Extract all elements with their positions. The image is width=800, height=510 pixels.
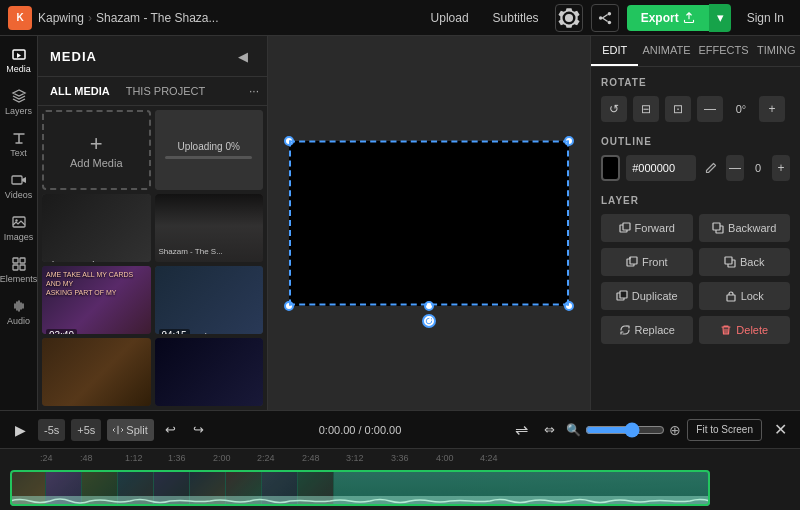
svg-point-2 (599, 16, 603, 20)
back-label: Back (740, 256, 764, 268)
sidebar-item-videos[interactable]: Videos (1, 166, 37, 206)
handle-bottom-left[interactable] (284, 301, 294, 311)
skip-back-button[interactable]: -5s (38, 419, 65, 441)
handle-top-right[interactable] (564, 136, 574, 146)
flip-h-button[interactable]: ⊟ (633, 96, 659, 122)
outline-controls: — 0 + (601, 155, 790, 181)
media-tab-more-button[interactable]: ··· (249, 84, 259, 98)
media-item-shazam2[interactable]: 04:15 Shazam - The S... (155, 266, 264, 334)
backward-icon (712, 222, 724, 234)
undo-button[interactable]: ↩ (160, 419, 182, 441)
tab-timing[interactable]: TIMING (753, 36, 800, 66)
split-label: Split (126, 424, 147, 436)
signin-button[interactable]: Sign In (739, 7, 792, 29)
rotate-handle-icon (425, 317, 433, 325)
sidebar-item-audio[interactable]: Audio (1, 292, 37, 332)
svg-line-3 (602, 14, 607, 18)
forward-button[interactable]: Forward (601, 214, 693, 242)
upload-button[interactable]: Upload (423, 7, 477, 29)
zoom-slider[interactable] (585, 422, 665, 438)
svg-rect-18 (630, 257, 637, 264)
front-button[interactable]: Front (601, 248, 693, 276)
svg-point-0 (607, 11, 611, 15)
add-media-item[interactable]: + Add Media (42, 110, 151, 190)
audio-icon (11, 298, 27, 314)
media-tab-project[interactable]: THIS PROJECT (122, 83, 209, 99)
duplicate-button[interactable]: Duplicate (601, 282, 693, 310)
redo-button[interactable]: ↪ (188, 419, 210, 441)
replace-icon (619, 324, 631, 336)
media-panel-collapse-button[interactable]: ◀ (231, 44, 255, 68)
flip-v-button[interactable]: ⊡ (665, 96, 691, 122)
sidebar-elements-label: Elements (0, 274, 37, 284)
export-dropdown-button[interactable]: ▾ (709, 4, 731, 32)
lock-button[interactable]: Lock (699, 282, 791, 310)
topbar: K Kapwing › Shazam - The Shaza... Upload… (0, 0, 800, 36)
close-timeline-button[interactable]: ✕ (768, 418, 792, 442)
subtitles-button[interactable]: Subtitles (485, 7, 547, 29)
tab-animate[interactable]: ANIMATE (638, 36, 694, 66)
back-button[interactable]: Back (699, 248, 791, 276)
settings-button[interactable] (555, 4, 583, 32)
fit-to-screen-button[interactable]: Fit to Screen (687, 419, 762, 441)
outline-color-input[interactable] (626, 155, 696, 181)
handle-bottom-center[interactable] (424, 301, 434, 311)
sidebar-item-media[interactable]: Media (1, 40, 37, 80)
export-button[interactable]: Export (627, 5, 709, 31)
svg-rect-7 (13, 217, 25, 227)
rotate-plus-button[interactable]: + (759, 96, 785, 122)
sidebar: Media Layers Text Videos Images Elements… (0, 36, 38, 410)
video-canvas[interactable] (289, 141, 569, 306)
replace-button[interactable]: Replace (601, 316, 693, 344)
outline-edit-button[interactable] (702, 155, 720, 181)
media-grid: + Add Media Uploading 0% Shazam - The S.… (38, 106, 267, 410)
handle-rotate[interactable] (422, 314, 436, 328)
outline-value-display: 0 (750, 162, 766, 174)
upload-icon (683, 12, 695, 24)
outline-plus-button[interactable]: + (772, 155, 790, 181)
backward-label: Backward (728, 222, 776, 234)
play-button[interactable]: ▶ (8, 418, 32, 442)
svg-rect-11 (13, 265, 18, 270)
backward-button[interactable]: Backward (699, 214, 791, 242)
svg-rect-23 (620, 291, 627, 298)
outline-minus-button[interactable]: — (726, 155, 744, 181)
trim-button[interactable]: ⇔ (538, 419, 560, 441)
media-item-6[interactable] (155, 338, 264, 406)
video-track[interactable] (10, 470, 710, 506)
media-item-shazam[interactable]: Shazam - The S... (155, 194, 264, 262)
rotate-minus-button[interactable]: — (697, 96, 723, 122)
media-item-5[interactable] (42, 338, 151, 406)
handle-bottom-right[interactable] (564, 301, 574, 311)
media-tab-all[interactable]: ALL MEDIA (46, 83, 114, 99)
timeline-tracks (0, 466, 800, 510)
sidebar-item-images[interactable]: Images (1, 208, 37, 248)
sidebar-item-layers[interactable]: Layers (1, 82, 37, 122)
outline-title: OUTLINE (601, 136, 790, 147)
media-item-justin[interactable]: AME TAKE ALL MY CARDS AND MYASKING PART … (42, 266, 151, 334)
handle-top-left[interactable] (284, 136, 294, 146)
media-item-1[interactable]: Shazam - The S... (42, 194, 151, 262)
outline-color-picker[interactable] (601, 155, 620, 181)
rotate-ccw-button[interactable]: ↺ (601, 96, 627, 122)
sidebar-item-text[interactable]: Text (1, 124, 37, 164)
tab-edit[interactable]: EDIT (591, 36, 638, 66)
skip-forward-button[interactable]: +5s (71, 419, 101, 441)
waveform-svg (10, 496, 710, 506)
right-panel: EDIT ANIMATE EFFECTS TIMING ROTATE ↺ ⊟ ⊡… (590, 36, 800, 410)
sidebar-item-elements[interactable]: Elements (1, 250, 37, 290)
add-icon: + (90, 131, 103, 157)
zoom-in-icon: ⊕ (669, 422, 681, 438)
merge-button[interactable]: ⇌ (510, 419, 532, 441)
main-area: Media Layers Text Videos Images Elements… (0, 36, 800, 410)
uploading-media-item[interactable]: Uploading 0% (155, 110, 264, 190)
delete-button[interactable]: Delete (699, 316, 791, 344)
tab-effects[interactable]: EFFECTS (694, 36, 752, 66)
right-panel-content: ROTATE ↺ ⊟ ⊡ — 0° + OUTLINE (591, 67, 800, 410)
media-thumb-shazam: Shazam - The S... (155, 194, 264, 262)
share-button[interactable] (591, 4, 619, 32)
ruler-mark-9: 4:00 (436, 453, 454, 463)
split-button[interactable]: Split (107, 419, 153, 441)
sidebar-audio-label: Audio (7, 316, 30, 326)
sidebar-layers-label: Layers (5, 106, 32, 116)
